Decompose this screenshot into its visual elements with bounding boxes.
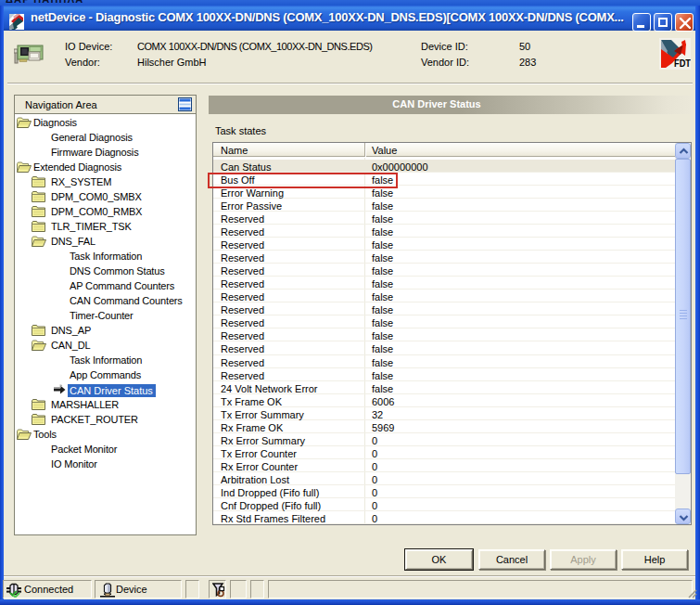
svg-text:FDT: FDT [674, 58, 691, 69]
